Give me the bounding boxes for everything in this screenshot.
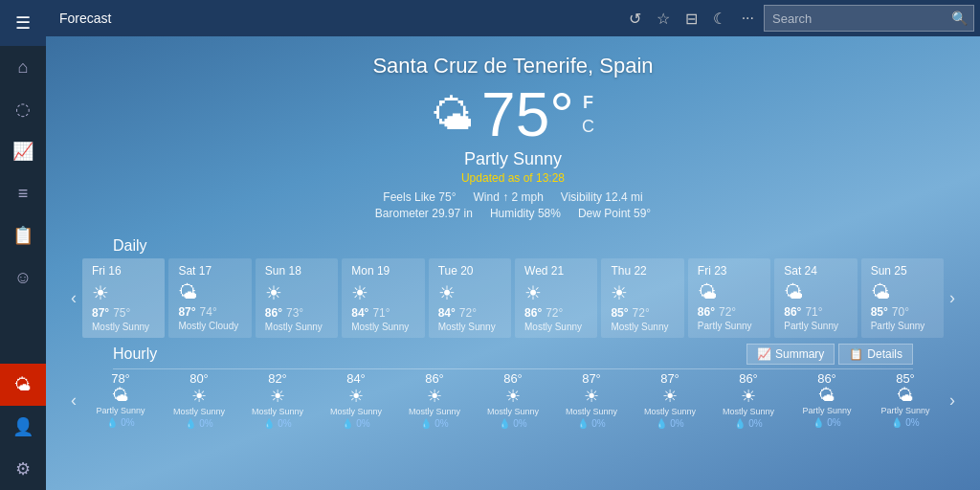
hour-card[interactable]: 87° ☀ Mostly Sunny 💧 0% [632,369,708,431]
day-weather-icon: ☀ [524,281,588,304]
hour-weather-icon: ☀ [322,386,390,407]
refresh-icon[interactable]: ↺ [629,10,641,28]
hour-card[interactable]: 82° ☀ Mostly Sunny 💧 0% [239,369,316,431]
hour-condition: Mostly Sunny [635,407,704,416]
hour-temp: 84° [322,371,390,386]
pin-icon[interactable]: ⊟ [685,10,698,28]
day-name: Fri 23 [698,264,761,278]
feels-like: Feels Like 75° [383,190,456,204]
hour-temp: 87° [557,371,626,386]
day-name: Sun 25 [871,264,934,278]
search-box[interactable]: 🔍 [764,5,974,32]
sidebar-item-search[interactable]: ◌ [0,88,46,130]
day-high: 87° [92,306,109,320]
humidity: Humidity 58% [490,207,561,220]
hour-precip: 💧 0% [479,418,547,429]
theme-icon[interactable]: ☾ [713,10,726,28]
day-card[interactable]: Thu 22 ☀ 85° 72° Mostly Sunny [601,258,683,338]
chart-icon: 📈 [757,347,771,361]
current-weather-icon: 🌤 [432,91,474,139]
day-card[interactable]: Mon 19 ☀ 84° 71° Mostly Sunny [342,258,424,338]
sidebar-item-settings[interactable]: ⚙ [0,448,46,490]
wind: Wind ↑ 2 mph [473,190,543,204]
unit-f[interactable]: F [582,91,594,115]
hour-card[interactable]: 86° 🌤 Partly Sunny 💧 0% [789,369,865,431]
day-weather-icon: ☀ [611,281,674,304]
day-condition: Mostly Sunny [524,322,588,332]
details-row-2: Barometer 29.97 in Humidity 58% Dew Poin… [46,207,980,220]
unit-c[interactable]: C [582,115,594,139]
day-card[interactable]: Sat 17 🌤 87° 74° Mostly Cloudy [168,258,251,338]
hour-temp: 85° [871,371,940,386]
day-weather-icon: 🌤 [698,281,761,303]
details-row-1: Feels Like 75° Wind ↑ 2 mph Visibility 1… [46,190,980,204]
day-name: Sun 18 [265,264,328,278]
details-button[interactable]: 📋 Details [838,344,913,365]
sidebar-item-emoji[interactable]: ☺ [0,256,46,299]
hour-card[interactable]: 86° ☀ Mostly Sunny 💧 0% [475,369,551,431]
hour-precip: 💧 0% [165,418,234,429]
hour-card[interactable]: 78° 🌤 Partly Sunny 💧 0% [82,369,159,431]
hour-condition: Mostly Sunny [479,407,547,416]
hour-condition: Partly Sunny [86,406,155,415]
hour-weather-icon: 🌤 [86,386,155,406]
daily-scroll-right[interactable]: › [944,284,961,312]
day-card[interactable]: Sun 25 🌤 85° 70° Partly Sunny [861,258,944,338]
hour-condition: Mostly Sunny [243,407,312,416]
sidebar-item-trending[interactable]: 📈 [0,130,46,172]
more-icon[interactable]: ··· [742,10,754,27]
hour-card[interactable]: 84° ☀ Mostly Sunny 💧 0% [318,369,394,431]
hour-card[interactable]: 86° ☀ Mostly Sunny 💧 0% [710,369,787,431]
favorite-icon[interactable]: ☆ [657,10,670,28]
day-weather-icon: ☀ [438,281,501,304]
day-card[interactable]: Tue 20 ☀ 84° 72° Mostly Sunny [429,258,511,338]
day-high: 86° [698,305,715,319]
hourly-grid: 78° 🌤 Partly Sunny 💧 0% 80° ☀ Mostly Sun… [82,369,944,431]
hour-card[interactable]: 87° ☀ Mostly Sunny 💧 0% [553,369,630,431]
day-temps: 86° 72° [698,305,761,319]
hour-precip: 💧 0% [635,418,704,429]
hourly-scroll-container: ‹ 78° 🌤 Partly Sunny 💧 0% 80° ☀ Mostly S… [46,369,980,431]
sidebar: ☰ ⌂ ◌ 📈 ≡ 📋 ☺ 🌤 👤 ⚙ [0,0,46,490]
hourly-section-label: Hourly [113,345,746,363]
hourly-scroll-left[interactable]: ‹ [65,387,82,414]
day-condition: Mostly Sunny [351,322,414,332]
hour-weather-icon: ☀ [400,386,469,407]
day-temps: 87° 75° [92,306,155,320]
day-card[interactable]: Sun 18 ☀ 86° 73° Mostly Sunny [256,258,338,338]
day-name: Sat 17 [178,264,241,278]
day-name: Wed 21 [524,264,588,278]
day-card[interactable]: Fri 16 ☀ 87° 75° Mostly Sunny [82,258,165,338]
app-title: Forecast [46,11,619,26]
hourly-scroll-right[interactable]: › [944,387,961,414]
day-weather-icon: 🌤 [871,281,934,303]
day-high: 87° [178,305,195,319]
day-weather-icon: ☀ [351,281,414,304]
hour-card[interactable]: 86° ☀ Mostly Sunny 💧 0% [396,369,473,431]
day-card[interactable]: Fri 23 🌤 86° 72° Partly Sunny [688,258,770,338]
hour-card[interactable]: 80° ☀ Mostly Sunny 💧 0% [161,369,237,431]
daily-scroll-left[interactable]: ‹ [65,284,82,312]
sidebar-item-home[interactable]: ⌂ [0,46,46,88]
hour-card[interactable]: 85° 🌤 Partly Sunny 💧 0% [867,369,944,431]
list-icon: 📋 [849,347,863,361]
hour-condition: Partly Sunny [871,406,940,415]
day-condition: Mostly Sunny [438,322,501,332]
day-card[interactable]: Wed 21 ☀ 86° 72° Mostly Sunny [515,258,597,338]
sidebar-item-weather[interactable]: 🌤 [0,364,46,406]
day-card[interactable]: Sat 24 🌤 86° 71° Partly Sunny [774,258,857,338]
sidebar-item-list[interactable]: ≡ [0,172,46,214]
sidebar-item-news[interactable]: 📋 [0,214,46,256]
summary-button[interactable]: 📈 Summary [746,344,835,365]
day-high: 84° [438,306,456,320]
search-input[interactable] [765,11,946,26]
barometer: Barometer 29.97 in [375,207,473,220]
day-condition: Mostly Cloudy [178,321,241,331]
hour-temp: 86° [714,371,783,386]
day-weather-icon: 🌤 [784,281,847,303]
sidebar-item-account[interactable]: 👤 [0,406,46,448]
hour-temp: 86° [792,371,861,386]
sidebar-hamburger[interactable]: ☰ [0,0,46,46]
temp-unit: F C [582,91,594,139]
hour-precip: 💧 0% [871,417,940,428]
